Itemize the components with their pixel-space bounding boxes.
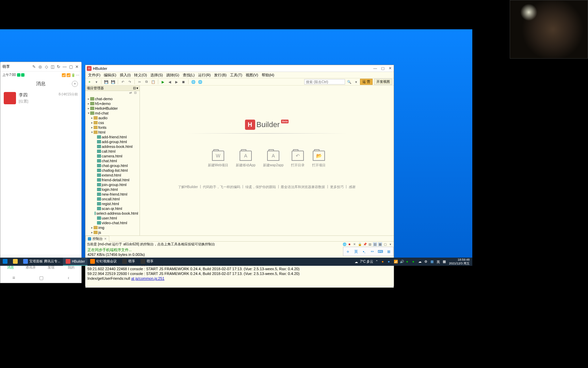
tree-item[interactable]: new-friend.html bbox=[85, 192, 140, 197]
tree-item[interactable]: ▸audio bbox=[85, 116, 140, 120]
taskbar-item[interactable]: 萌享 bbox=[138, 258, 156, 266]
tray-icon[interactable]: ⚙ bbox=[424, 260, 428, 264]
win-minimize-icon[interactable]: — bbox=[373, 66, 378, 71]
tree-item[interactable]: user.html bbox=[85, 216, 140, 220]
menu-item[interactable]: 查找(L) bbox=[181, 72, 196, 78]
tree-item[interactable]: ▸fonts bbox=[85, 125, 140, 130]
tree-item[interactable]: address-book.html bbox=[85, 144, 140, 149]
tree-item[interactable]: ▾md-chat bbox=[85, 111, 140, 116]
cut-icon[interactable]: ✂ bbox=[137, 79, 142, 85]
forward-icon[interactable]: ▶ bbox=[174, 79, 179, 85]
tree-item[interactable]: camera.html bbox=[85, 154, 140, 158]
console-pin-icon[interactable]: 📌 bbox=[363, 242, 367, 246]
tree-item[interactable]: login.html bbox=[85, 187, 140, 192]
maximize-icon[interactable]: ▢ bbox=[68, 64, 73, 69]
welcome-link[interactable]: 了解HBuilder bbox=[178, 185, 198, 189]
play-icon[interactable]: ▶ bbox=[160, 79, 166, 85]
saveall-icon[interactable]: 💾 bbox=[110, 79, 116, 85]
welcome-action[interactable]: 📂打开项目 bbox=[312, 151, 326, 168]
copy-icon[interactable]: ⧉ bbox=[144, 79, 149, 85]
tree-item[interactable]: call.html bbox=[85, 149, 140, 154]
diamond-icon[interactable]: ◇ bbox=[44, 64, 49, 69]
dropdown-icon[interactable]: ▾ bbox=[94, 79, 99, 85]
win-maximize-icon[interactable]: ▢ bbox=[380, 66, 385, 71]
menu-item[interactable]: 发行(B) bbox=[213, 72, 228, 78]
ime-button[interactable]: ⎆ bbox=[344, 248, 352, 255]
add-button[interactable]: + bbox=[72, 81, 78, 87]
taskbar-item[interactable]: 萌享 bbox=[119, 258, 138, 266]
link-icon[interactable]: ⇄ bbox=[129, 91, 133, 95]
tray-icon[interactable]: ☁ bbox=[418, 260, 422, 264]
collapse-icon[interactable]: ⊟ bbox=[134, 91, 138, 95]
welcome-link[interactable]: 更多技巧 bbox=[330, 185, 344, 189]
taskbar-item[interactable] bbox=[10, 258, 20, 266]
tree-item[interactable]: select-address-book.html bbox=[85, 211, 140, 216]
nav-menu-icon[interactable]: ≡ bbox=[12, 275, 15, 280]
tray-icon[interactable]: ⌃ bbox=[375, 260, 379, 264]
nav-back-icon[interactable]: ‹ bbox=[68, 275, 69, 280]
console-tab[interactable]: 控制台 ✕ bbox=[85, 236, 109, 242]
console-link[interactable]: at js/common.js:251 bbox=[131, 276, 164, 280]
tree-item[interactable]: chat-group.html bbox=[85, 163, 140, 168]
menu-item[interactable]: 帮助(H) bbox=[260, 72, 276, 78]
taskbar-item[interactable]: 宝塔面板 腾讯云专... bbox=[20, 258, 63, 266]
new-icon[interactable]: + bbox=[87, 79, 92, 85]
tree-item[interactable]: ▸img bbox=[85, 225, 140, 230]
tree-item[interactable]: join-group.html bbox=[85, 182, 140, 187]
welcome-action[interactable]: ↶打开目录 bbox=[291, 151, 305, 168]
tree-item[interactable]: friend-detail.html bbox=[85, 178, 140, 182]
tree-item[interactable]: ▾html bbox=[85, 130, 140, 135]
tray-icon[interactable]: ▦ bbox=[430, 260, 435, 264]
nav-home-icon[interactable]: ▢ bbox=[39, 275, 44, 280]
weather-text[interactable]: 7°C 多云 bbox=[360, 259, 374, 264]
project-tree[interactable]: ▸chat-demo▸h5+demo▸HelloHBuilder▾md-chat… bbox=[85, 96, 140, 235]
menu-item[interactable]: 转义(O) bbox=[133, 72, 148, 78]
sidebar-min-icon[interactable]: ⊟ bbox=[133, 86, 136, 90]
console-view3-icon[interactable]: ▦ bbox=[378, 242, 382, 246]
tray-icon[interactable]: ● bbox=[412, 260, 416, 264]
console-view2-icon[interactable]: ▥ bbox=[373, 242, 377, 246]
menu-item[interactable]: 选择(S) bbox=[149, 72, 164, 78]
ime-button[interactable]: ⌨ bbox=[377, 248, 384, 255]
menu-item[interactable]: 编辑(E) bbox=[102, 72, 118, 78]
console-lock-icon[interactable]: 🔒 bbox=[358, 242, 362, 246]
tree-item[interactable]: regist.html bbox=[85, 201, 140, 206]
minimize-icon[interactable]: — bbox=[62, 64, 67, 69]
close-icon[interactable]: ✕ bbox=[75, 64, 79, 69]
tree-item[interactable]: oncall.html bbox=[85, 197, 140, 201]
console-clear-icon[interactable]: ✕ bbox=[353, 242, 357, 246]
sidebar-menu-icon[interactable]: ▾ bbox=[136, 86, 138, 90]
tray-icon[interactable]: ▦ bbox=[443, 260, 447, 264]
tree-item[interactable]: ▸chat-demo bbox=[85, 96, 140, 101]
tree-item[interactable]: ▸h5+demo bbox=[85, 101, 140, 106]
close-tab-icon[interactable]: ✕ bbox=[104, 237, 107, 241]
weather-icon[interactable]: ☁ bbox=[355, 260, 358, 264]
target-icon[interactable]: ◎ bbox=[38, 64, 43, 69]
console-menu-icon[interactable]: ▾ bbox=[388, 242, 392, 246]
tree-item[interactable]: scan-qr.html bbox=[85, 206, 140, 211]
chat-list-item[interactable]: 李四 [位置] 8小时15分前 bbox=[0, 89, 81, 107]
tray-icon[interactable]: ● bbox=[406, 260, 410, 264]
menu-item[interactable]: 插入(I) bbox=[118, 72, 132, 78]
welcome-link[interactable]: 最全语法库和浏览器兼容数据 bbox=[281, 185, 325, 189]
welcome-link[interactable]: 绿柔，保护你的眼睛 bbox=[245, 185, 276, 189]
dev-view-button[interactable]: 开发视图 bbox=[374, 79, 392, 85]
paste-icon[interactable]: 📋 bbox=[150, 79, 156, 85]
redo-icon[interactable]: ↷ bbox=[127, 79, 132, 85]
search-input[interactable] bbox=[304, 79, 345, 85]
tray-icon[interactable]: ● bbox=[381, 260, 386, 264]
console-stop-icon[interactable]: ■ bbox=[347, 242, 352, 246]
tray-lang[interactable]: 英 bbox=[437, 260, 441, 264]
console-globe-icon[interactable]: 🌐 bbox=[342, 242, 346, 246]
refresh-icon[interactable]: ↻ bbox=[56, 64, 61, 69]
ime-button[interactable]: ✏ bbox=[369, 248, 376, 255]
browser-icon[interactable]: 🌐 bbox=[191, 79, 196, 85]
tree-item[interactable]: ▸css bbox=[85, 120, 140, 125]
menu-item[interactable]: 工具(T) bbox=[229, 72, 244, 78]
tree-item[interactable]: ▸HelloHBuilder bbox=[85, 106, 140, 111]
search-icon[interactable]: 🔍 bbox=[346, 79, 352, 85]
ime-button[interactable]: •, bbox=[360, 248, 368, 255]
welcome-link[interactable]: 感谢 bbox=[349, 185, 356, 189]
tray-icon[interactable]: 🔊 bbox=[400, 260, 404, 264]
tray-icon[interactable]: 📶 bbox=[394, 260, 398, 264]
